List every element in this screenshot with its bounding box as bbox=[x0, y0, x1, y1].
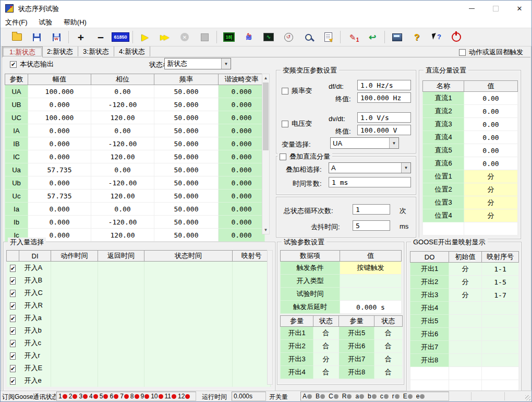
amplitude-cell[interactable]: 0.000 bbox=[28, 150, 91, 163]
calculator-button[interactable] bbox=[387, 30, 407, 44]
frequency-cell[interactable]: 50.000 bbox=[154, 137, 219, 150]
save-report-button[interactable] bbox=[46, 30, 66, 44]
output-this-state-checkbox[interactable]: ✔ 本状态输出 bbox=[10, 60, 54, 69]
di-checkbox-cell[interactable]: ✔ bbox=[7, 274, 19, 287]
phase-cell[interactable]: 0.00 bbox=[91, 203, 154, 216]
open-file-button[interactable] bbox=[7, 30, 27, 44]
test-value-cell[interactable] bbox=[340, 275, 402, 288]
save-button[interactable] bbox=[27, 30, 46, 44]
thd-cell[interactable]: 0.000 bbox=[219, 176, 265, 190]
di-checkbox-cell[interactable]: ✔ bbox=[7, 349, 19, 362]
chevron-down-icon[interactable]: ▼ bbox=[221, 58, 231, 69]
tab-state-1[interactable]: 1:新状态 bbox=[2, 46, 43, 57]
scroll-up-icon[interactable]: ▲ bbox=[262, 74, 269, 82]
frequency-cell[interactable]: 50.000 bbox=[154, 190, 219, 203]
do-state-cell[interactable]: 合 bbox=[374, 340, 403, 353]
di-checkbox-cell[interactable]: ✔ bbox=[7, 262, 19, 275]
power-button[interactable] bbox=[446, 30, 466, 44]
amplitude-cell[interactable]: 0.000 bbox=[28, 98, 91, 111]
thd-cell[interactable]: 0.000 bbox=[219, 229, 265, 242]
test-value-cell[interactable]: 0.000 s bbox=[340, 301, 402, 314]
scrollbar-thumb[interactable] bbox=[263, 82, 269, 150]
scroll-down-icon[interactable]: ▼ bbox=[262, 226, 269, 234]
remove-state-button[interactable]: − bbox=[91, 30, 111, 44]
amplitude-cell[interactable]: 0.000 bbox=[28, 124, 91, 137]
maximize-button[interactable] bbox=[483, 1, 507, 16]
amplitude-cell[interactable]: 57.735 bbox=[28, 163, 91, 176]
help-button[interactable]: ? bbox=[407, 30, 427, 44]
checkbox-icon[interactable]: ✔ bbox=[10, 315, 16, 322]
phase-cell[interactable]: -120.00 bbox=[91, 98, 154, 111]
do-state-cell[interactable]: 合 bbox=[313, 327, 339, 340]
dc-value-cell[interactable]: 0.00 bbox=[464, 131, 518, 144]
trigger-on-both-checkbox[interactable]: 动作或返回都触发 bbox=[459, 48, 523, 57]
frequency-cell[interactable]: 50.000 bbox=[154, 203, 219, 216]
phasor-button[interactable]: ↺ bbox=[279, 30, 298, 44]
checkbox-icon[interactable]: ✔ bbox=[10, 265, 16, 272]
tab-state-4[interactable]: 4:新状态 bbox=[114, 46, 150, 56]
dc-superimpose-checkbox[interactable]: 叠加直流分量 bbox=[277, 152, 332, 161]
amplitude-cell[interactable]: 0.000 bbox=[28, 176, 91, 190]
tab-state-2[interactable]: 2:新状态 bbox=[42, 46, 78, 56]
amplitude-cell[interactable]: 57.735 bbox=[28, 190, 91, 203]
di-checkbox-cell[interactable]: ✔ bbox=[7, 312, 19, 324]
frequency-cell[interactable]: 50.000 bbox=[154, 150, 219, 163]
checkbox-icon[interactable]: ✔ bbox=[10, 302, 16, 310]
cancel-button[interactable]: ✕ bbox=[175, 30, 195, 44]
do-state-cell[interactable]: 合 bbox=[374, 327, 403, 340]
amplitude-cell[interactable]: 100.000 bbox=[28, 85, 91, 98]
dc-value-cell[interactable]: 0.00 bbox=[464, 92, 518, 105]
io-map-button[interactable]: 18| bbox=[219, 30, 239, 44]
chevron-down-icon[interactable]: ▼ bbox=[389, 138, 398, 148]
di-checkbox-cell[interactable]: ✔ bbox=[7, 324, 19, 337]
thd-cell[interactable]: 0.000 bbox=[219, 216, 265, 229]
context-help-button[interactable] bbox=[427, 30, 446, 44]
frequency-cell[interactable]: 50.000 bbox=[154, 124, 219, 137]
report-button[interactable] bbox=[318, 30, 338, 44]
close-button[interactable]: ✕ bbox=[507, 1, 531, 16]
debounce-input[interactable]: 5 bbox=[353, 220, 390, 231]
thd-cell[interactable]: 0.000 bbox=[219, 111, 265, 124]
harmonic-button[interactable]: ≋ bbox=[239, 30, 259, 44]
zoom-button[interactable] bbox=[298, 30, 318, 44]
phase-cell[interactable]: -120.00 bbox=[91, 137, 154, 150]
dc-value-cell[interactable] bbox=[464, 222, 518, 235]
phase-cell[interactable]: 120.00 bbox=[91, 111, 154, 124]
undo-button[interactable]: ↩ bbox=[362, 30, 382, 44]
frequency-cell[interactable]: 50.000 bbox=[154, 176, 219, 190]
frequency-cell[interactable]: 50.000 bbox=[154, 85, 219, 98]
thd-cell[interactable]: 0.000 bbox=[219, 163, 265, 176]
phase-cell[interactable]: -120.00 bbox=[91, 176, 154, 190]
var-select[interactable]: UA ▼ bbox=[330, 137, 399, 149]
minimize-button[interactable] bbox=[460, 1, 483, 16]
loop-count-input[interactable]: 1 bbox=[353, 204, 390, 215]
iec61850-button[interactable]: 61850 bbox=[111, 30, 130, 44]
volt-change-checkbox[interactable]: 电压变 bbox=[282, 119, 312, 128]
thd-cell[interactable]: 0.000 bbox=[219, 203, 265, 216]
amplitude-cell[interactable]: 0.000 bbox=[28, 137, 91, 150]
dc-value-cell[interactable]: 分 bbox=[464, 183, 518, 196]
checkbox-icon[interactable]: ✔ bbox=[10, 340, 16, 347]
waveform-button[interactable]: ∿ bbox=[259, 30, 279, 44]
dc-value-cell[interactable]: 0.00 bbox=[464, 144, 518, 157]
do-state-cell[interactable]: 分 bbox=[313, 353, 339, 366]
amplitude-cell[interactable]: 0.000 bbox=[28, 216, 91, 229]
frequency-cell[interactable]: 50.000 bbox=[154, 163, 219, 176]
dc-value-cell[interactable]: 0.00 bbox=[464, 105, 518, 118]
tab-state-3[interactable]: 3:新状态 bbox=[78, 46, 114, 56]
volt-final-input[interactable]: 100.000 V bbox=[357, 125, 411, 135]
frequency-cell[interactable]: 50.000 bbox=[154, 229, 219, 242]
phase-cell[interactable]: 120.00 bbox=[91, 190, 154, 203]
frequency-cell[interactable]: 50.000 bbox=[154, 111, 219, 124]
amplitude-cell[interactable]: 100.000 bbox=[28, 111, 91, 124]
chevron-down-icon[interactable]: ▼ bbox=[401, 163, 410, 173]
fast-run-button[interactable]: ▶▶ bbox=[155, 30, 175, 44]
dc-value-cell[interactable]: 0.00 bbox=[464, 157, 518, 170]
phase-cell[interactable]: 0.00 bbox=[91, 124, 154, 137]
thd-cell[interactable]: 0.000 bbox=[219, 150, 265, 163]
di-checkbox-cell[interactable]: ✔ bbox=[7, 299, 19, 312]
time-const-input[interactable]: 1 ms bbox=[329, 177, 411, 187]
do-state-cell[interactable]: 合 bbox=[374, 366, 403, 379]
di-checkbox-cell[interactable]: ✔ bbox=[7, 374, 19, 387]
di-checkbox-cell[interactable]: ✔ bbox=[7, 337, 19, 349]
